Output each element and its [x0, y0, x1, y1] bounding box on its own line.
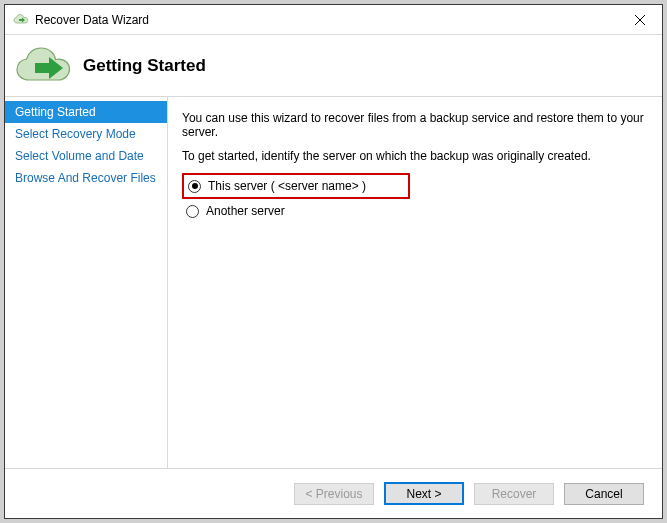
next-button[interactable]: Next > — [384, 482, 464, 505]
window-title: Recover Data Wizard — [35, 13, 617, 27]
content-panel: You can use this wizard to recover files… — [168, 97, 662, 468]
sidebar-item-getting-started[interactable]: Getting Started — [5, 101, 167, 123]
page-title: Getting Started — [83, 56, 206, 76]
intro-text: You can use this wizard to recover files… — [182, 111, 648, 139]
sidebar: Getting Started Select Recovery Mode Sel… — [5, 97, 168, 468]
radio-indicator — [188, 180, 201, 193]
header-band: Getting Started — [5, 35, 662, 97]
footer: < Previous Next > Recover Cancel — [5, 468, 662, 518]
titlebar: Recover Data Wizard — [5, 5, 662, 35]
app-icon — [13, 12, 29, 28]
close-button[interactable] — [617, 5, 662, 34]
sidebar-item-select-recovery-mode[interactable]: Select Recovery Mode — [5, 123, 167, 145]
recover-button: Recover — [474, 483, 554, 505]
radio-another-server[interactable]: Another server — [182, 199, 648, 223]
server-radio-group: This server ( <server name> ) Another se… — [182, 173, 648, 223]
body: Getting Started Select Recovery Mode Sel… — [5, 97, 662, 468]
radio-indicator — [186, 205, 199, 218]
previous-button: < Previous — [294, 483, 374, 505]
instruction-text: To get started, identify the server on w… — [182, 149, 648, 163]
sidebar-item-select-volume-and-date[interactable]: Select Volume and Date — [5, 145, 167, 167]
radio-this-server[interactable]: This server ( <server name> ) — [182, 173, 410, 199]
cloud-arrow-icon — [13, 44, 73, 88]
cancel-button[interactable]: Cancel — [564, 483, 644, 505]
sidebar-item-browse-and-recover-files[interactable]: Browse And Recover Files — [5, 167, 167, 189]
radio-label: This server ( <server name> ) — [208, 179, 366, 193]
radio-label: Another server — [206, 204, 285, 218]
dialog-window: Recover Data Wizard Getting Started Gett… — [4, 4, 663, 519]
